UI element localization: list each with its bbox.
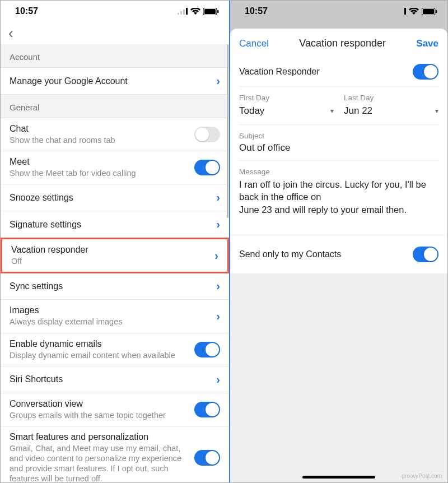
- row-title: Smart features and personalization: [10, 432, 190, 442]
- subject-value: Out of office: [239, 142, 438, 154]
- section-general: General: [1, 95, 229, 118]
- toggle-conversation-view[interactable]: [194, 402, 220, 417]
- chevron-right-icon: ›: [216, 191, 220, 204]
- svg-rect-13: [436, 10, 437, 13]
- home-indicator[interactable]: [302, 476, 375, 479]
- row-smart-features[interactable]: Smart features and personalization Gmail…: [1, 426, 229, 482]
- row-subtitle: Show the chat and rooms tab: [10, 135, 190, 145]
- chevron-right-icon: ›: [216, 280, 220, 292]
- svg-rect-6: [217, 10, 219, 13]
- enable-label: Vacation Responder: [239, 67, 320, 77]
- row-title: Enable dynamic emails: [10, 339, 190, 349]
- contacts-label: Send only to my Contacts: [239, 249, 341, 259]
- svg-rect-12: [423, 9, 434, 14]
- svg-rect-10: [404, 8, 406, 15]
- row-subtitle: Gmail, Chat, and Meet may use my email, …: [10, 443, 190, 482]
- toggle-vacation-responder[interactable]: [413, 64, 438, 80]
- svg-rect-9: [402, 10, 403, 15]
- dropdown-caret-icon: ▾: [330, 107, 334, 115]
- message-label: Message: [239, 168, 438, 176]
- svg-rect-5: [204, 9, 216, 14]
- chevron-right-icon: ›: [214, 249, 218, 262]
- section-account: Account: [1, 44, 229, 68]
- toggle-meet[interactable]: [194, 160, 220, 175]
- svg-rect-2: [183, 10, 185, 15]
- cancel-button[interactable]: Cancel: [239, 38, 269, 49]
- row-subtitle: Always display external images: [10, 317, 212, 327]
- row-chat[interactable]: Chat Show the chat and rooms tab: [1, 118, 229, 151]
- row-dynamic-emails[interactable]: Enable dynamic emails Display dynamic em…: [1, 333, 229, 366]
- row-title: Manage your Google Account: [10, 76, 212, 86]
- svg-rect-1: [180, 11, 182, 15]
- cellular-icon: [396, 8, 406, 15]
- scrollbar[interactable]: [227, 44, 228, 218]
- toggle-contacts-only[interactable]: [413, 247, 438, 262]
- row-subtitle: Display dynamic email content when avail…: [10, 350, 190, 360]
- cellular-icon: [178, 8, 188, 15]
- wifi-icon: [190, 8, 200, 15]
- sheet-title: Vacation responder: [299, 38, 386, 49]
- row-title: Chat: [10, 124, 190, 134]
- last-day-value: Jun 22: [344, 105, 372, 117]
- subject-label: Subject: [239, 132, 438, 140]
- first-day-value: Today: [239, 105, 264, 117]
- chevron-right-icon: ›: [216, 310, 220, 323]
- row-subtitle: Show the Meet tab for video calling: [10, 168, 190, 178]
- last-day-label: Last Day: [344, 94, 438, 102]
- row-images[interactable]: Images Always display external images ›: [1, 300, 229, 333]
- row-snooze[interactable]: Snooze settings ›: [1, 184, 229, 211]
- toggle-smart-features[interactable]: [194, 450, 220, 466]
- sheet-header: Cancel Vacation responder Save: [230, 29, 447, 56]
- row-sync[interactable]: Sync settings ›: [1, 273, 229, 300]
- row-subtitle: Off: [11, 256, 210, 266]
- svg-rect-8: [399, 11, 400, 15]
- nav-bar: ‹: [1, 22, 229, 44]
- chevron-right-icon: ›: [216, 373, 220, 386]
- row-enable-responder: Vacation Responder: [239, 56, 438, 87]
- row-conversation-view[interactable]: Conversation view Groups emails with the…: [1, 393, 229, 426]
- first-day-field[interactable]: First Day Today ▾: [239, 94, 334, 117]
- status-indicators: [396, 8, 437, 15]
- dropdown-caret-icon: ▾: [435, 107, 438, 115]
- row-manage-account[interactable]: Manage your Google Account ›: [1, 68, 229, 95]
- last-day-field[interactable]: Last Day Jun 22 ▾: [344, 94, 438, 117]
- save-button[interactable]: Save: [416, 38, 438, 49]
- svg-rect-7: [396, 13, 398, 15]
- row-title: Signature settings: [10, 220, 212, 230]
- row-subtitle: Groups emails with the same topic togeth…: [10, 410, 190, 420]
- first-day-label: First Day: [239, 94, 334, 102]
- row-title: Conversation view: [10, 399, 190, 409]
- toggle-dynamic-emails[interactable]: [194, 342, 220, 357]
- svg-rect-3: [186, 8, 188, 15]
- vacation-responder-sheet: Cancel Vacation responder Save Vacation …: [230, 29, 447, 482]
- row-siri[interactable]: Siri Shortcuts ›: [1, 366, 229, 393]
- battery-icon: [422, 8, 437, 15]
- row-title: Meet: [10, 157, 190, 167]
- status-bar-right: 10:57: [230, 1, 447, 22]
- row-title: Snooze settings: [10, 193, 212, 203]
- message-field[interactable]: Message I ran off to join the circus. Lu…: [239, 161, 438, 222]
- row-meet[interactable]: Meet Show the Meet tab for video calling: [1, 151, 229, 184]
- row-title: Sync settings: [10, 281, 212, 291]
- row-send-only-contacts: Send only to my Contacts: [230, 235, 447, 274]
- row-title: Siri Shortcuts: [10, 374, 212, 384]
- message-value: I ran off to join the circus. Lucky for …: [239, 178, 438, 216]
- subject-field[interactable]: Subject Out of office: [239, 125, 438, 161]
- back-button[interactable]: ‹: [8, 25, 13, 42]
- chevron-right-icon: ›: [216, 218, 220, 231]
- vacation-responder-pane: 10:57 Cancel Vacation responder Save Vac…: [230, 1, 447, 482]
- battery-icon: [203, 8, 219, 15]
- chevron-right-icon: ›: [216, 75, 220, 87]
- status-indicators: [178, 8, 219, 15]
- settings-scroll[interactable]: Account Manage your Google Account › Gen…: [1, 44, 229, 482]
- toggle-chat[interactable]: [194, 127, 220, 142]
- status-time: 10:57: [15, 6, 38, 16]
- status-bar-left: 10:57: [1, 1, 229, 22]
- row-vacation-responder[interactable]: Vacation responder Off ›: [1, 238, 229, 273]
- empty-area: [230, 274, 447, 482]
- wifi-icon: [409, 8, 419, 15]
- row-signature[interactable]: Signature settings ›: [1, 211, 229, 238]
- settings-pane: 10:57 ‹ Account Manage your Google Accou…: [1, 1, 230, 482]
- status-time: 10:57: [245, 6, 268, 16]
- watermark: groovyPost.com: [402, 473, 442, 479]
